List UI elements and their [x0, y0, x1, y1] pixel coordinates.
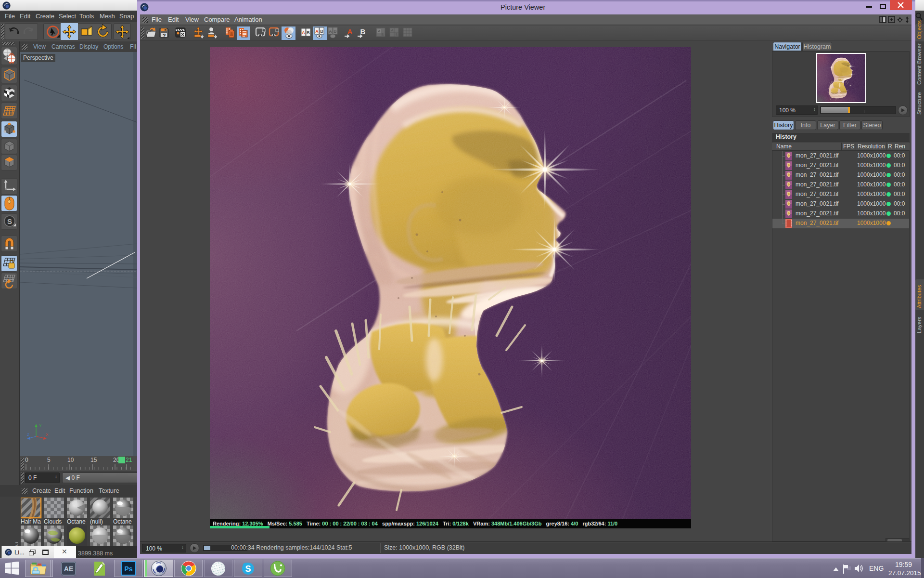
- svg-text:A: A: [329, 29, 332, 34]
- svg-text:B: B: [381, 32, 384, 37]
- svg-text:B: B: [320, 29, 323, 34]
- svg-text:X: X: [46, 433, 49, 437]
- svg-text:A: A: [302, 30, 305, 35]
- svg-text:(null): (null): [90, 518, 103, 525]
- svg-text:A: A: [391, 28, 394, 32]
- svg-text:A: A: [315, 29, 319, 34]
- svg-text:Z: Z: [27, 433, 29, 437]
- svg-text:B: B: [360, 27, 366, 36]
- svg-text:B: B: [307, 30, 310, 35]
- svg-text:S: S: [245, 564, 251, 574]
- svg-text:AE: AE: [64, 565, 73, 573]
- svg-text:Ps: Ps: [124, 565, 132, 573]
- svg-text:B: B: [396, 33, 398, 36]
- svg-text:Hair Ma: Hair Ma: [21, 518, 41, 525]
- svg-text:Y: Y: [39, 423, 42, 428]
- svg-text:A: A: [347, 27, 353, 36]
- svg-text:Clouds: Clouds: [44, 518, 62, 525]
- svg-text:Octane: Octane: [67, 518, 86, 525]
- svg-text:?: ?: [163, 33, 166, 39]
- svg-text:S: S: [7, 217, 12, 225]
- svg-text:A: A: [378, 29, 381, 33]
- svg-text:B: B: [334, 29, 337, 34]
- svg-text:Octane: Octane: [113, 518, 132, 525]
